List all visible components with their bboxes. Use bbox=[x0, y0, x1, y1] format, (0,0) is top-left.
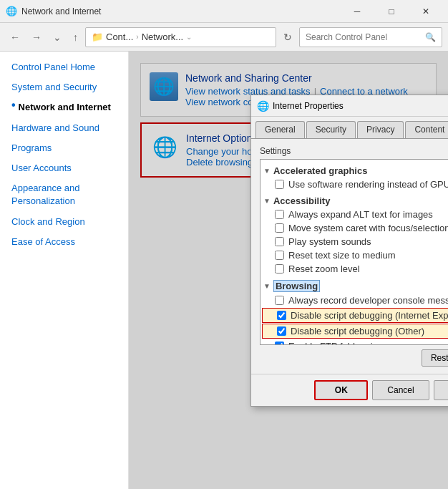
label-system-caret: Move system caret with focus/selection c… bbox=[288, 223, 448, 233]
group-expand-icon-browsing: ▼ bbox=[263, 282, 271, 290]
label-reset-text-size: Reset text size to medium bbox=[288, 250, 396, 261]
minimize-button[interactable]: ─ bbox=[341, 4, 374, 19]
checkbox-alt-text[interactable] bbox=[275, 210, 284, 219]
group-name-accessibility: Accessibility bbox=[273, 195, 331, 206]
breadcrumb-network: Network... bbox=[142, 32, 184, 42]
dialog-footer: OK Cancel Apply bbox=[251, 374, 448, 406]
sidebar-item-programs[interactable]: Programs bbox=[0, 138, 128, 158]
window-controls: ─ □ ✕ bbox=[341, 4, 442, 19]
group-expand-icon: ▼ bbox=[263, 167, 271, 175]
navigation-bar: ← → ⌄ ↑ 📁 Cont... › Network... ⌄ ↻ 🔍 bbox=[0, 23, 448, 52]
dialog-icon: 🌐 bbox=[257, 100, 268, 112]
settings-label: Settings bbox=[260, 146, 448, 156]
label-software-rendering: Use software rendering instead of GPU re… bbox=[288, 179, 448, 190]
checkbox-system-sounds[interactable] bbox=[275, 237, 284, 246]
sidebar-item-system-security[interactable]: System and Security bbox=[0, 77, 128, 97]
breadcrumb-dropdown[interactable]: ⌄ bbox=[186, 33, 192, 41]
group-expand-icon-accessibility: ▼ bbox=[263, 197, 271, 205]
window-title: Network and Internet bbox=[21, 6, 341, 16]
ok-button[interactable]: OK bbox=[314, 380, 368, 400]
title-bar: 🌐 Network and Internet ─ □ ✕ bbox=[0, 0, 448, 23]
setting-software-rendering: Use software rendering instead of GPU re… bbox=[260, 178, 448, 191]
sidebar-item-control-panel-home[interactable]: Control Panel Home bbox=[0, 57, 128, 77]
breadcrumb[interactable]: 📁 Cont... › Network... ⌄ bbox=[85, 27, 276, 47]
content-area: Network and Sharing Center View network … bbox=[129, 52, 448, 489]
setting-reset-text-size: Reset text size to medium bbox=[260, 248, 448, 262]
apply-button[interactable]: Apply bbox=[434, 380, 448, 400]
up-button[interactable]: ↑ bbox=[69, 29, 82, 46]
group-browsing: ▼ Browsing Always record developer conso… bbox=[260, 277, 448, 345]
checkbox-developer-console[interactable] bbox=[275, 296, 284, 305]
main-layout: Control Panel Home System and Security •… bbox=[0, 52, 448, 489]
internet-properties-dialog: 🌐 Internet Properties ? ✕ General Securi… bbox=[250, 95, 448, 407]
sidebar-item-user-accounts[interactable]: User Accounts bbox=[0, 158, 128, 178]
setting-alt-text: Always expand ALT text for images bbox=[260, 208, 448, 221]
group-name-accelerated: Accelerated graphics bbox=[273, 165, 368, 176]
group-header-accelerated[interactable]: ▼ Accelerated graphics bbox=[260, 164, 448, 178]
breadcrumb-folder-icon: 📁 bbox=[92, 32, 103, 42]
checkbox-disable-script-ie[interactable] bbox=[277, 311, 286, 320]
search-icon: 🔍 bbox=[425, 32, 436, 42]
checkbox-reset-text-size[interactable] bbox=[275, 251, 284, 260]
sidebar-item-clock-region[interactable]: Clock and Region bbox=[0, 212, 128, 232]
label-system-sounds: Play system sounds bbox=[288, 236, 371, 247]
sidebar-item-appearance[interactable]: Appearance and Personalization bbox=[0, 178, 128, 211]
tab-general[interactable]: General bbox=[255, 121, 305, 138]
label-reset-zoom: Reset zoom level bbox=[288, 263, 360, 274]
label-developer-console: Always record developer console messages bbox=[288, 295, 448, 306]
window-icon: 🌐 bbox=[6, 6, 17, 17]
label-ftp-folder: Enable FTP folder view bbox=[288, 341, 384, 345]
label-disable-script-other: Disable script debugging (Other) bbox=[291, 326, 424, 337]
group-accelerated-graphics: ▼ Accelerated graphics Use software rend… bbox=[260, 163, 448, 193]
setting-system-caret: Move system caret with focus/selection c… bbox=[260, 221, 448, 235]
group-header-accessibility[interactable]: ▼ Accessibility bbox=[260, 194, 448, 208]
dialog-content: Settings ▼ Accelerated graphics Use soft… bbox=[251, 139, 448, 374]
checkbox-ftp-folder[interactable] bbox=[275, 342, 284, 345]
refresh-button[interactable]: ↻ bbox=[279, 29, 296, 46]
search-box[interactable]: 🔍 bbox=[299, 27, 442, 47]
breadcrumb-cont: Cont... bbox=[106, 32, 133, 42]
cancel-button[interactable]: Cancel bbox=[372, 380, 429, 400]
setting-ftp-folder: Enable FTP folder view bbox=[260, 339, 448, 345]
tab-privacy[interactable]: Privacy bbox=[357, 121, 404, 138]
settings-list[interactable]: ▼ Accelerated graphics Use software rend… bbox=[260, 159, 448, 345]
forward-button[interactable]: → bbox=[27, 29, 46, 46]
setting-system-sounds: Play system sounds bbox=[260, 235, 448, 248]
setting-disable-script-other: Disable script debugging (Other) bbox=[262, 324, 448, 339]
dialog-title-bar: 🌐 Internet Properties ? ✕ bbox=[251, 95, 448, 117]
dialog-title: Internet Properties bbox=[273, 101, 448, 111]
checkbox-software-rendering[interactable] bbox=[275, 180, 284, 189]
checkbox-disable-script-other[interactable] bbox=[277, 326, 286, 336]
checkbox-system-caret[interactable] bbox=[275, 223, 284, 233]
group-name-browsing: Browsing bbox=[273, 280, 320, 292]
maximize-button[interactable]: □ bbox=[375, 4, 408, 19]
back-button[interactable]: ← bbox=[6, 29, 24, 46]
setting-reset-zoom: Reset zoom level bbox=[260, 262, 448, 276]
breadcrumb-sep1: › bbox=[136, 33, 138, 41]
label-alt-text: Always expand ALT text for images bbox=[288, 209, 433, 220]
recent-pages-button[interactable]: ⌄ bbox=[49, 29, 66, 46]
active-bullet: • bbox=[11, 100, 16, 111]
restore-advanced-settings-button[interactable]: Restore advanced settings bbox=[422, 349, 448, 367]
search-input[interactable] bbox=[306, 32, 425, 42]
setting-developer-console: Always record developer console messages bbox=[260, 294, 448, 307]
tab-content[interactable]: Content bbox=[405, 121, 448, 138]
sidebar-item-ease-of-access[interactable]: Ease of Access bbox=[0, 232, 128, 252]
group-accessibility: ▼ Accessibility Always expand ALT text f… bbox=[260, 193, 448, 277]
group-header-browsing[interactable]: ▼ Browsing bbox=[260, 279, 448, 294]
sidebar: Control Panel Home System and Security •… bbox=[0, 52, 129, 489]
dialog-tabs: General Security Privacy Content Connect… bbox=[251, 117, 448, 139]
close-button[interactable]: ✕ bbox=[409, 4, 442, 19]
setting-disable-script-ie: Disable script debugging (Internet Explo… bbox=[262, 308, 448, 323]
checkbox-reset-zoom[interactable] bbox=[275, 264, 284, 273]
restore-area: Restore advanced settings bbox=[260, 349, 448, 367]
tab-security[interactable]: Security bbox=[306, 121, 356, 138]
sidebar-item-network-internet[interactable]: • Network and Internet bbox=[0, 97, 128, 117]
sidebar-item-hardware-sound[interactable]: Hardware and Sound bbox=[0, 118, 128, 138]
label-disable-script-ie: Disable script debugging (Internet Explo… bbox=[291, 310, 448, 321]
